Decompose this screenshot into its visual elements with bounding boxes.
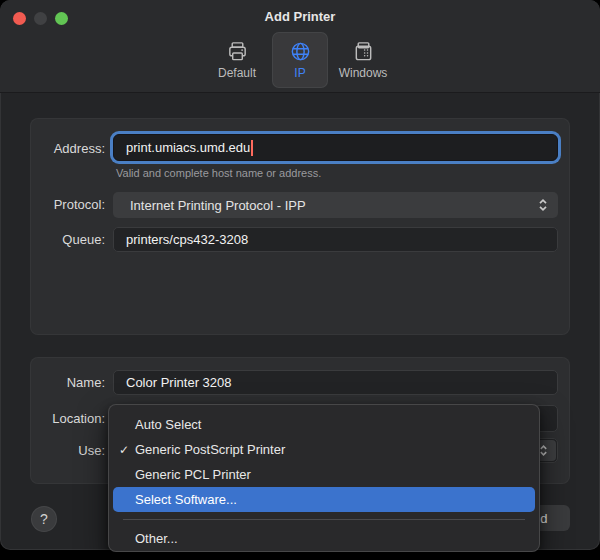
menu-item-label: Auto Select: [135, 417, 202, 432]
window-title: Add Printer: [0, 0, 600, 33]
screen: Add Printer Default: [0, 0, 600, 560]
menu-item-generic-postscript[interactable]: ✓ Generic PostScript Printer: [113, 437, 535, 462]
tab-ip-label: IP: [294, 66, 305, 80]
address-hint: Valid and complete host name or address.: [116, 167, 321, 179]
menu-item-select-software[interactable]: Select Software...: [113, 487, 535, 512]
location-label: Location:: [31, 405, 105, 432]
name-input[interactable]: Color Printer 3208: [113, 370, 558, 395]
menu-item-label: Generic PCL Printer: [135, 467, 251, 482]
queue-input[interactable]: printers/cps432-3208: [113, 227, 558, 252]
chevron-up-down-icon: [538, 198, 548, 215]
tab-ip[interactable]: IP: [272, 32, 328, 88]
use-label: Use:: [31, 438, 105, 463]
menu-item-other[interactable]: Other...: [113, 526, 535, 551]
queue-value: printers/cps432-3208: [126, 232, 248, 247]
menu-item-label: Generic PostScript Printer: [135, 442, 285, 457]
connection-groupbox: Address: print.umiacs.umd.edu Valid and …: [30, 118, 570, 335]
menu-item-auto-select[interactable]: Auto Select: [113, 412, 535, 437]
protocol-label: Protocol:: [31, 192, 105, 218]
protocol-value: Internet Printing Protocol - IPP: [130, 198, 306, 213]
titlebar: Add Printer: [0, 0, 600, 30]
name-label: Name:: [31, 370, 105, 395]
checkmark-icon: ✓: [119, 443, 135, 457]
use-dropdown-menu: Auto Select ✓ Generic PostScript Printer…: [108, 404, 540, 552]
queue-label: Queue:: [31, 227, 105, 252]
tab-windows[interactable]: Windows: [335, 32, 391, 88]
windows-printer-icon: [352, 40, 375, 63]
address-value: print.umiacs.umd.edu: [126, 140, 250, 155]
help-button[interactable]: ?: [31, 506, 57, 532]
printer-icon: [226, 40, 249, 63]
address-label: Address:: [31, 134, 105, 163]
name-value: Color Printer 3208: [126, 375, 232, 390]
protocol-select[interactable]: Internet Printing Protocol - IPP: [113, 192, 558, 218]
tab-windows-label: Windows: [339, 66, 388, 80]
globe-icon: [289, 40, 312, 63]
toolbar: Default IP: [0, 32, 600, 88]
tab-default[interactable]: Default: [209, 32, 265, 88]
address-input[interactable]: print.umiacs.umd.edu: [113, 134, 558, 161]
menu-item-label: Select Software...: [135, 492, 237, 507]
text-caret: [251, 140, 253, 156]
menu-item-label: Other...: [135, 531, 178, 546]
window-chrome: Add Printer Default: [0, 0, 600, 93]
tab-default-label: Default: [218, 66, 256, 80]
menu-separator: [123, 519, 525, 520]
menu-item-generic-pcl[interactable]: Generic PCL Printer: [113, 462, 535, 487]
